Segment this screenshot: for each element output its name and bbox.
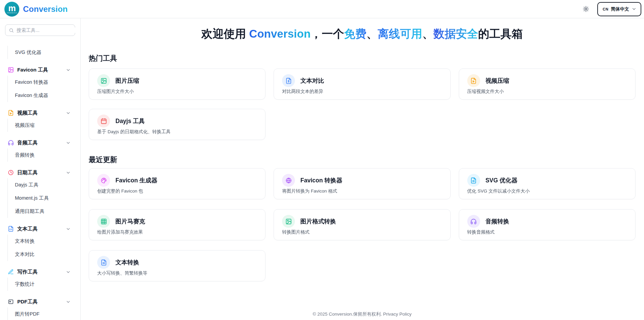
sidebar-subgroup: 视频压缩: [7, 119, 80, 132]
tool-card-title: SVG 优化器: [486, 176, 517, 184]
card-grid: 图片压缩压缩图片文件大小文本对比对比两段文本的差异视频压缩压缩视频文件大小Day…: [89, 68, 636, 140]
theme-toggle-sun-icon[interactable]: [583, 6, 589, 12]
tool-card[interactable]: 视频压缩压缩视频文件大小: [459, 68, 636, 100]
section-title: 最近更新: [89, 155, 636, 164]
sidebar-category[interactable]: 音频工具: [0, 137, 80, 148]
tool-card[interactable]: Dayjs 工具基于 Dayjs 的日期格式化、转换工具: [89, 109, 265, 140]
sidebar-item[interactable]: Moment.js 工具: [8, 192, 80, 205]
tool-card-title: 图片马赛克: [115, 217, 145, 225]
image-icon: [101, 78, 107, 84]
sidebar-category[interactable]: Favicon 工具: [0, 64, 80, 76]
file-code-icon: [8, 226, 14, 232]
chevron-down-icon: [66, 299, 71, 304]
top-bar: m Conversion & co Conversion CN 简体中文: [0, 0, 644, 18]
sidebar-item[interactable]: 音频转换: [8, 148, 80, 162]
sidebar-category[interactable]: 写作工具: [0, 266, 80, 278]
search-box: [5, 24, 75, 36]
card-icon-badge: [97, 74, 110, 87]
sidebar-item[interactable]: 图片转PDF: [8, 307, 80, 320]
chevron-down-icon: [66, 226, 71, 232]
brand-name: Conversion: [23, 4, 68, 14]
sidebar-category-label: 写作工具: [17, 269, 38, 275]
logo: m Conversion & co: [4, 2, 19, 17]
tool-card-title: Favicon 转换器: [300, 176, 342, 184]
card-icon-badge: [467, 174, 480, 187]
card-icon-badge: [97, 115, 110, 127]
tool-card-subtitle: 优化 SVG 文件以减小文件大小: [467, 188, 627, 194]
card-icon-badge: [282, 74, 295, 87]
card-icon-badge: [467, 215, 480, 228]
main-content: 欢迎使用 Conversion，一个免费、离线可用、数据安全的工具箱 热门工具图…: [81, 18, 644, 320]
chevron-down-icon: [66, 140, 71, 145]
tool-card-subtitle: 压缩图片文件大小: [97, 88, 257, 95]
page-title-part: ，一个: [310, 27, 344, 40]
headphones-icon: [470, 218, 477, 225]
sidebar: SVG 优化器Favicon 工具Favicon 转换器Favicon 生成器视…: [0, 18, 81, 320]
sidebar-item[interactable]: 文本转换: [8, 235, 80, 248]
logo-tagline: Conversion & co: [7, 12, 17, 14]
sidebar-item[interactable]: 文本对比: [8, 248, 80, 261]
palette-icon: [101, 177, 107, 184]
globe-icon: [285, 177, 292, 184]
sidebar-category[interactable]: 日期工具: [0, 167, 80, 178]
tool-card-subtitle: 转换图片格式: [282, 229, 442, 235]
chevron-down-icon: [66, 111, 71, 116]
privacy-policy-link[interactable]: Privacy Policy: [383, 312, 412, 317]
sidebar-item[interactable]: Favicon 转换器: [8, 76, 80, 89]
sidebar-item[interactable]: 字数统计: [8, 278, 80, 291]
sidebar-category[interactable]: 视频工具: [0, 107, 80, 119]
tool-card[interactable]: 图片马赛克给图片添加马赛克效果: [89, 209, 265, 240]
sidebar-item[interactable]: 视频压缩: [8, 119, 80, 132]
tool-card-subtitle: 将图片转换为 Favicon 格式: [282, 188, 442, 194]
sidebar-item[interactable]: Dayjs 工具: [8, 178, 80, 192]
card-icon-badge: [467, 74, 480, 87]
sidebar-item[interactable]: SVG 优化器: [8, 46, 80, 59]
page-title-part: 数据安全: [433, 27, 478, 40]
sidebar-category[interactable]: PDF工具: [0, 296, 80, 307]
sidebar-subgroup: 图片转PDF: [7, 307, 80, 320]
tool-card[interactable]: 图片压缩压缩图片文件大小: [89, 68, 265, 100]
search-input[interactable]: [17, 27, 78, 33]
tool-card-subtitle: 基于 Dayjs 的日期格式化、转换工具: [97, 129, 257, 135]
tool-card-subtitle: 压缩视频文件大小: [467, 88, 627, 95]
card-icon-badge: [97, 174, 110, 187]
page-title: 欢迎使用 Conversion，一个免费、离线可用、数据安全的工具箱: [89, 26, 636, 41]
language-selector[interactable]: CN 简体中文: [597, 2, 641, 16]
sidebar-subgroup: 字数统计: [7, 278, 80, 291]
sidebar-item[interactable]: Favicon 生成器: [8, 89, 80, 102]
tool-card-title: 图片压缩: [115, 77, 139, 85]
copyright-text: © 2025 Conversion.保留所有权利.: [313, 312, 382, 317]
tool-card[interactable]: 文本对比对比两段文本的差异: [274, 68, 450, 100]
tool-card[interactable]: 音频转换转换音频格式: [459, 209, 636, 240]
logo-letter: m: [8, 4, 15, 12]
chevron-down-icon: [66, 269, 71, 275]
image-icon: [285, 218, 292, 225]
page-title-part: 离线可用: [378, 27, 422, 40]
sidebar-category[interactable]: 文本工具: [0, 223, 80, 235]
sidebar-category-label: PDF工具: [17, 299, 38, 305]
page-title-part: 欢迎使用: [201, 27, 249, 40]
search-icon: [9, 28, 14, 33]
tool-card[interactable]: Favicon 转换器将图片转换为 Favicon 格式: [274, 168, 450, 199]
sidebar-subgroup: 音频转换: [7, 148, 80, 162]
tool-card[interactable]: 文本转换大小写转换、简繁转换等: [89, 250, 265, 281]
tool-card-title: Favicon 生成器: [115, 176, 157, 184]
section-title: 热门工具: [89, 53, 636, 63]
tool-card-subtitle: 转换音频格式: [467, 229, 627, 235]
brand[interactable]: m Conversion & co Conversion: [4, 2, 68, 17]
page-title-part: 的工具箱: [478, 27, 523, 40]
file-text-icon: [470, 177, 477, 184]
card-icon-badge: [97, 256, 110, 269]
language-code: CN: [603, 7, 608, 11]
sidebar-item[interactable]: 通用日期工具: [8, 205, 80, 218]
card-icon-badge: [97, 215, 110, 228]
tool-card[interactable]: 图片格式转换转换图片格式: [274, 209, 450, 240]
sidebar-category-label: 音频工具: [17, 140, 38, 146]
tool-card[interactable]: SVG 优化器优化 SVG 文件以减小文件大小: [459, 168, 636, 199]
clock-icon: [8, 169, 14, 176]
tool-card-title: 视频压缩: [486, 77, 509, 85]
page-title-part: 、: [422, 27, 433, 40]
tool-card-title: 图片格式转换: [300, 217, 336, 225]
sidebar-subgroup: SVG 优化器: [7, 46, 80, 59]
tool-card[interactable]: Favicon 生成器创建完整的 Favicon 包: [89, 168, 265, 199]
